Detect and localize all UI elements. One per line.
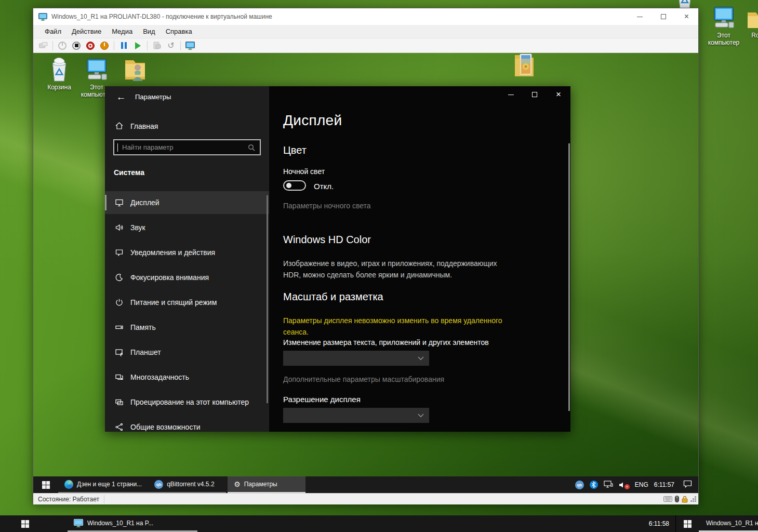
bluetooth-icon[interactable] [590,481,598,489]
edge-icon [64,480,73,489]
language-indicator[interactable]: ENG [635,481,648,488]
vm-clock[interactable]: 6:11:57 [654,481,674,488]
power-icon [114,298,124,307]
shut-down-vm-button[interactable] [86,41,95,50]
qbittorrent-tray-icon[interactable]: qb [575,481,584,489]
chevron-down-icon [418,356,424,361]
sidebar-item-sound[interactable]: Звук [105,216,269,239]
checkpoint-button[interactable] [152,41,162,50]
sidebar-section-system: Система [114,168,144,177]
vm-maximize-button[interactable] [651,9,675,25]
volume-muted-icon[interactable]: × [619,482,626,488]
toggle-knob [286,183,291,188]
vm-titlebar[interactable]: Windows_10_R1 на PROLIANT-DL380 - подклю… [33,8,698,25]
desktop-icon-label: Этот компьютер [704,32,743,46]
close-button[interactable]: × [547,86,570,103]
night-light-toggle[interactable] [283,180,306,191]
vm-toolbar: ↺ [33,38,698,53]
sidebar-scrollbar[interactable] [267,195,268,403]
vm-task-edge[interactable]: Дзен и еще 1 страни... [58,476,148,493]
vm-minimize-button[interactable] [628,9,651,25]
sidebar-item-label: Общие возможности [130,423,201,431]
night-light-settings-link[interactable]: Параметры ночного света [283,202,371,210]
sidebar-item-home[interactable]: Главная [105,116,269,136]
resume-vm-button[interactable] [133,41,142,50]
host-clock[interactable]: 6:11:58 [649,515,669,532]
vm-close-button[interactable]: × [675,9,698,25]
menu-file[interactable]: Файл [39,28,67,35]
sound-icon [114,223,124,232]
task-label: Дзен и еще 1 страни... [77,481,142,488]
resolution-dropdown[interactable] [283,408,429,423]
task-label: Параметры [244,481,277,488]
sidebar-item-notifications[interactable]: Уведомления и действия [105,241,269,264]
sidebar-item-label: Многозадачность [130,373,189,381]
pictures-folder-icon [504,53,543,78]
sidebar-item-label: Питание и спящий режим [130,298,217,307]
action-center-icon[interactable] [683,480,692,489]
menu-action[interactable]: Действие [67,28,107,35]
sidebar-item-projecting[interactable]: Проецирование на этот компьютер [105,391,269,414]
scale-dropdown[interactable] [283,351,429,366]
host-desktop-icon-folder[interactable]: Rom [740,4,758,39]
sidebar-item-power-sleep[interactable]: Питание и спящий режим [105,291,269,314]
moon-icon [114,273,124,282]
host-task-vmconnect[interactable]: Windows_10_R1 на P... [68,515,197,532]
enhanced-session-button[interactable] [185,41,195,50]
sidebar-item-label: Звук [130,223,145,232]
vm-start-button[interactable] [33,476,58,493]
start-vm-button[interactable] [58,41,67,50]
sidebar-item-display[interactable]: Дисплей [105,191,269,214]
vm-task-settings[interactable]: ⚙ Параметры [228,476,305,493]
resolution-label: Разрешение дисплея [283,395,361,404]
host-desktop-wallpaper: Этот компьютер Rom Windows_10_R1 на PROL… [0,0,758,532]
scale-heading: Масштаб и разметка [283,291,383,303]
pause-vm-button[interactable] [119,41,128,50]
desktop-icon-label: Rom [740,32,758,39]
hyperv-vmconnect-icon [38,13,47,21]
host-taskbar: Windows_10_R1 на P... 6:11:58 [0,515,675,532]
host-start-button[interactable] [12,515,37,532]
vm-desktop-icon-user-folder[interactable] [115,56,155,84]
search-icon[interactable] [248,144,260,151]
sidebar-item-storage[interactable]: Память [105,316,269,339]
search-input[interactable] [118,143,248,151]
maximize-button[interactable] [523,86,547,103]
sidebar-item-label: Память [130,323,156,331]
vm-desktop-icon-recycle-bin[interactable]: Корзина [39,56,79,91]
vm-window-title: Windows_10_R1 на PROLIANT-DL380 - подклю… [51,13,628,20]
revert-button[interactable]: ↺ [166,41,176,50]
sidebar-item-tablet[interactable]: Планшет [105,341,269,364]
menu-view[interactable]: Вид [138,28,161,35]
save-vm-button[interactable] [100,41,109,50]
menu-media[interactable]: Медиа [107,28,138,35]
vm-system-tray: qb × ENG 6:11:57 [575,476,692,493]
settings-search-box[interactable] [113,139,261,155]
keyboard-status-icon [663,496,672,502]
back-button[interactable]: ← [113,89,129,105]
network-icon[interactable] [604,481,613,489]
host-task-vmconnect-secondary[interactable]: Windows_10_R1 на P... [699,515,758,532]
vm-task-qbittorrent[interactable]: qb qBittorrent v4.5.2 [148,476,226,493]
sidebar-item-multitasking[interactable]: Многозадачность [105,366,269,389]
sidebar-item-focus-assist[interactable]: Фокусировка внимания [105,266,269,289]
minimize-button[interactable] [499,86,523,103]
hyperv-vmconnect-icon [74,519,83,527]
vm-desktop-icon-pictures-folder[interactable] [504,53,543,79]
menu-help[interactable]: Справка [161,28,197,35]
content-scrollbar[interactable] [568,143,570,411]
turn-off-vm-button[interactable] [72,41,81,50]
vm-menubar: Файл Действие Медиа Вид Справка [33,25,698,38]
chevron-down-icon [418,414,424,418]
sidebar-item-label: Дисплей [130,198,159,207]
resize-grip[interactable] [690,496,696,502]
host-start-button-secondary[interactable] [676,515,699,532]
host-desktop-icon-this-pc[interactable]: Этот компьютер [704,4,743,46]
sidebar-item-label: Фокусировка внимания [130,273,209,282]
vm-guest-desktop: Корзина Этот компьютер [33,53,698,476]
advanced-scaling-link[interactable]: Дополнительные параметры масштабирования [283,375,444,383]
ctrl-alt-del-button[interactable] [38,41,48,50]
night-light-label: Ночной свет [283,167,325,176]
sidebar-item-shared-experiences[interactable]: Общие возможности [105,416,269,432]
sidebar-item-label: Главная [130,122,158,130]
